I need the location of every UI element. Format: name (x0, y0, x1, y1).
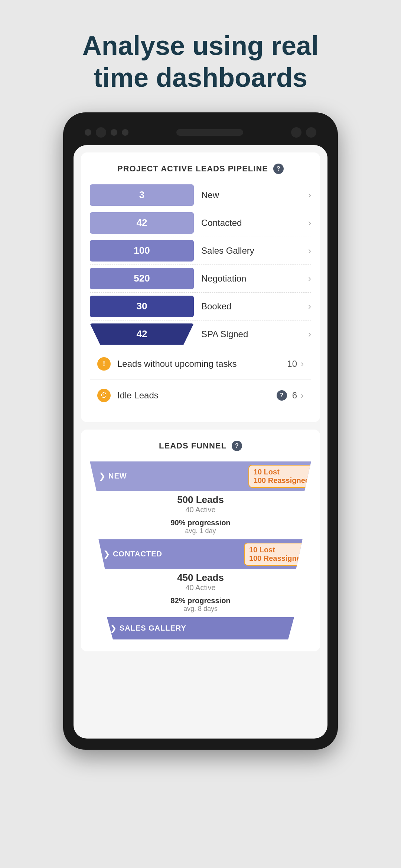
funnel-active-contacted: 40 Active (90, 583, 311, 592)
funnel-lost-text-new: 10 Lost (254, 468, 310, 476)
funnel-help-icon[interactable]: ? (232, 441, 242, 451)
funnel-lost-badge-contacted: 10 Lost 100 Reassigned (244, 543, 310, 566)
pipeline-bar-booked: 30 (90, 296, 194, 317)
chevron-sales-gallery: › (308, 246, 311, 256)
funnel-stage-sales-gallery[interactable]: ❯ SALES GALLERY (90, 617, 311, 640)
pipeline-item-new[interactable]: 3 New › (90, 184, 311, 206)
funnel-reassigned-text-new: 100 Reassigned (254, 476, 310, 485)
pipeline-label-new: New (194, 190, 308, 200)
page-title: Analyse using real time dashboards (60, 0, 341, 112)
pipeline-item-contacted[interactable]: 42 Contacted › (90, 212, 311, 234)
chevron-booked: › (308, 301, 311, 312)
phone-device: PROJECT ACTIVE LEADS PIPELINE ? 3 New › … (63, 112, 338, 750)
funnel-lost-text-contacted: 10 Lost (249, 546, 305, 554)
pipeline-label-spa-signed: SPA Signed (194, 329, 308, 339)
funnel-leads-contacted: 450 Leads (90, 572, 311, 583)
funnel-avg-contacted: avg. 8 days (90, 605, 311, 613)
pipeline-bar-spa-signed: 42 (90, 323, 194, 345)
pipeline-item-sales-gallery[interactable]: 100 Sales Gallery › (90, 240, 311, 262)
pipeline-label-booked: Booked (194, 301, 308, 312)
funnel-name-sales-gallery: SALES GALLERY (120, 624, 186, 632)
funnel-stage-contacted[interactable]: ❯ CONTACTED 10 Lost 100 Reassigned 450 L… (90, 539, 311, 617)
idle-leads-label: Idle Leads (117, 390, 277, 401)
funnel-name-contacted: CONTACTED (113, 550, 162, 558)
pipeline-label-negotiation: Negotiation (194, 273, 308, 284)
funnel-lost-badge-new: 10 Lost 100 Reassigned (248, 465, 315, 488)
funnel-arrow-contacted: ❯ (103, 549, 110, 559)
pipeline-item-negotiation[interactable]: 520 Negotiation › (90, 268, 311, 289)
chevron-spa-signed: › (308, 329, 311, 339)
leads-without-tasks-label: Leads without upcoming tasks (117, 359, 287, 369)
funnel-section: LEADS FUNNEL ? ❯ NEW 10 Lost (81, 430, 320, 651)
leads-without-tasks-row[interactable]: ! Leads without upcoming tasks 10 › (90, 348, 311, 379)
pipeline-item-spa-signed[interactable]: 42 SPA Signed › (90, 323, 311, 345)
funnel-visual: ❯ NEW 10 Lost 100 Reassigned 500 Leads 4… (90, 461, 311, 640)
pipeline-title: PROJECT ACTIVE LEADS PIPELINE (117, 164, 268, 174)
funnel-arrow-new: ❯ (99, 471, 105, 481)
pipeline-section: PROJECT ACTIVE LEADS PIPELINE ? 3 New › … (81, 152, 320, 422)
pipeline-item-booked[interactable]: 30 Booked › (90, 296, 311, 317)
funnel-arrow-sales-gallery: ❯ (110, 624, 117, 633)
chevron-tasks: › (301, 359, 304, 369)
idle-help-icon[interactable]: ? (277, 390, 287, 401)
leads-without-tasks-count: 10 (287, 359, 297, 369)
pipeline-bar-contacted: 42 (90, 212, 194, 234)
pipeline-bar-new: 3 (90, 184, 194, 206)
idle-leads-count: 6 (292, 390, 297, 401)
chevron-contacted: › (308, 218, 311, 228)
funnel-name-new: NEW (108, 472, 127, 480)
phone-screen: PROJECT ACTIVE LEADS PIPELINE ? 3 New › … (74, 145, 327, 739)
funnel-stage-new[interactable]: ❯ NEW 10 Lost 100 Reassigned 500 Leads 4… (90, 461, 311, 539)
pipeline-label-sales-gallery: Sales Gallery (194, 246, 308, 256)
clock-icon: ⏱ (97, 389, 111, 402)
pipeline-bar-negotiation: 520 (90, 268, 194, 289)
alert-icon: ! (97, 357, 111, 371)
chevron-idle: › (301, 390, 304, 401)
funnel-title: LEADS FUNNEL (159, 441, 226, 451)
funnel-active-new: 40 Active (90, 506, 311, 514)
chevron-negotiation: › (308, 273, 311, 284)
funnel-avg-new: avg. 1 day (90, 527, 311, 535)
funnel-reassigned-text-contacted: 100 Reassigned (249, 554, 305, 563)
pipeline-help-icon[interactable]: ? (273, 164, 284, 174)
funnel-progression-contacted: 82% progression (90, 596, 311, 605)
idle-leads-row[interactable]: ⏱ Idle Leads ? 6 › (90, 379, 311, 411)
pipeline-label-contacted: Contacted (194, 218, 308, 228)
chevron-new: › (308, 190, 311, 200)
pipeline-bar-sales-gallery: 100 (90, 240, 194, 262)
funnel-progression-new: 90% progression (90, 519, 311, 527)
funnel-leads-new: 500 Leads (90, 494, 311, 506)
